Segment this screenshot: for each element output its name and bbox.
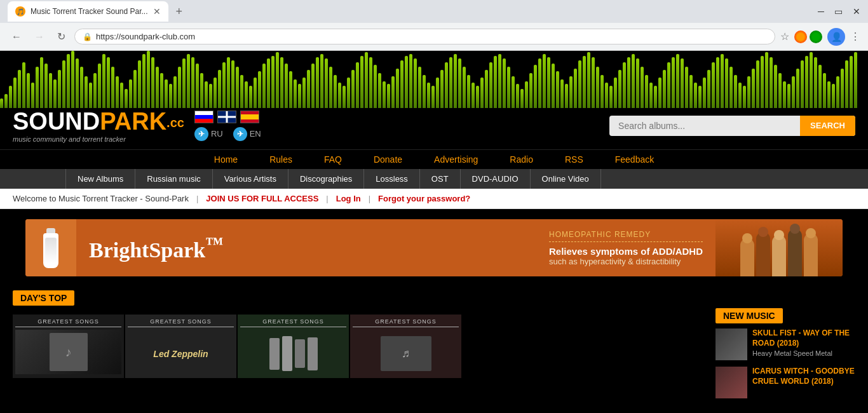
nav-item-faq: FAQ [324,154,342,165]
sub-nav-link-russian-music[interactable]: Russian music [135,169,213,189]
album-label-1: GREATEST SONGS [15,318,121,327]
join-link[interactable]: JOIN US FOR FULL ACCESS [206,194,318,203]
sub-nav-link-dvd-audio[interactable]: DVD-AUDIO [461,169,531,189]
sub-nav-various-artists: Various Artists [213,169,288,189]
ad-banner[interactable]: BrightSpark™ HOMEOPATHIC REMEDY Relieves… [25,219,843,276]
bookmark-star-icon[interactable]: ☆ [780,30,789,43]
sub-nav-russian-music: Russian music [135,169,213,189]
sub-nav-link-new-albums[interactable]: New Albums [65,169,135,189]
address-bar[interactable]: 🔒 [74,29,775,44]
sub-nav-lossless: Lossless [364,169,420,189]
nav-link-rules[interactable]: Rules [269,154,292,165]
nav-link-home[interactable]: Home [214,154,238,165]
search-input[interactable] [609,116,800,136]
telegram-ru-link[interactable]: ✈ RU [194,127,223,141]
forward-button[interactable]: → [31,29,48,45]
close-window-button[interactable]: ✕ [853,6,860,17]
chrome-menu-button[interactable]: ⋮ [850,30,860,43]
flag-spanish[interactable] [240,111,259,123]
eq-bar [151,57,154,108]
eq-bar [116,76,119,108]
main-content: DAY'S TOP GREATEST SONGS ♪ GREATEST [13,287,703,405]
eq-bar [538,58,541,108]
back-button[interactable]: ← [8,29,25,45]
eq-bar [138,60,141,108]
minimize-button[interactable]: ─ [818,6,824,17]
eq-bar [534,65,537,108]
sub-nav-link-discographies[interactable]: Discographies [288,169,364,189]
eq-bar [9,86,12,108]
eq-bar [307,70,310,108]
eq-bar [801,60,804,108]
extension-2-icon[interactable] [810,30,822,43]
album-card-3[interactable]: GREATEST SONGS [238,315,349,378]
header-main: SOUNDPARK.cc music community and torrent… [0,108,868,149]
maximize-button[interactable]: ▭ [834,6,843,17]
url-input[interactable] [96,32,767,41]
flag-row [194,111,261,123]
tab-close-button[interactable]: ✕ [153,6,161,17]
eq-bar [649,83,653,108]
eq-bar [756,60,759,108]
album-info-2: ICARUS WITCH - GOODBYE CRUEL WORLD (2018… [752,367,855,386]
eq-bar [347,78,350,108]
eq-bar [0,98,3,108]
eq-bar [160,73,163,108]
nav-link-faq[interactable]: FAQ [324,154,342,165]
search-box: SEARCH [609,116,855,136]
ad-image-area [715,219,843,276]
eq-bar [743,86,746,108]
login-link[interactable]: Log In [336,194,361,203]
eq-bar [658,78,661,108]
eq-bar [44,64,48,108]
nav-menu: Home Rules FAQ Donate Advertising Radio … [0,149,868,169]
logo-cc: .cc [166,116,184,130]
nav-link-donate[interactable]: Donate [374,154,402,165]
eq-bar [841,69,844,108]
eq-bar [449,57,452,108]
sub-nav-link-various-artists[interactable]: Various Artists [213,169,288,189]
album-card-4[interactable]: GREATEST SONGS ♬ [350,315,461,378]
forgot-password-link[interactable]: Forgot your password? [378,194,470,203]
eq-bar [36,67,39,108]
eq-bar [76,58,79,108]
nav-link-rss[interactable]: RSS [565,154,583,165]
nav-item-donate: Donate [374,154,402,165]
eq-bar [458,58,461,108]
eq-bar [747,76,750,108]
eq-bar [636,58,639,108]
album-card-2[interactable]: GREATEST SONGS Led Zeppelin [125,315,236,378]
eq-bar [418,67,421,108]
reload-button[interactable]: ↻ [53,28,69,45]
extension-1-icon[interactable] [794,30,807,43]
eq-bar [716,57,719,108]
logo[interactable]: SOUNDPARK.cc [13,108,184,135]
album-label-3: GREATEST SONGS [240,318,346,327]
eq-bar [489,62,492,108]
active-tab[interactable]: 🎵 Music Torrent Tracker Sound Par... ✕ [8,1,168,22]
eq-bar [761,56,764,108]
eq-bar [503,58,506,108]
search-button[interactable]: SEARCH [800,116,855,136]
eq-bar [783,81,786,108]
nav-link-feedback[interactable]: Feedback [615,154,654,165]
eq-bar [525,81,528,108]
sub-nav-link-online-video[interactable]: Online Video [531,169,601,189]
sub-nav-link-ost[interactable]: OST [420,169,461,189]
telegram-en-label: EN [250,129,261,139]
album-link-2[interactable]: ICARUS WITCH - GOODBYE CRUEL WORLD (2018… [752,367,855,386]
eq-bar [191,57,194,108]
eq-bar [507,67,510,108]
eq-bar [53,79,57,108]
flag-english[interactable] [217,111,236,123]
sub-nav-link-lossless[interactable]: Lossless [364,169,420,189]
album-link-1[interactable]: SKULL FIST - WAY OF THE ROAD (2018) [752,328,855,348]
profile-icon[interactable]: 👤 [827,28,845,46]
album-card-1[interactable]: GREATEST SONGS ♪ [13,315,124,378]
flag-russian[interactable] [194,111,214,123]
nav-link-radio[interactable]: Radio [510,154,533,165]
eq-bar [623,62,626,108]
nav-link-advertising[interactable]: Advertising [434,154,478,165]
new-tab-button[interactable]: + [171,5,188,18]
telegram-en-link[interactable]: ✈ EN [233,127,261,141]
